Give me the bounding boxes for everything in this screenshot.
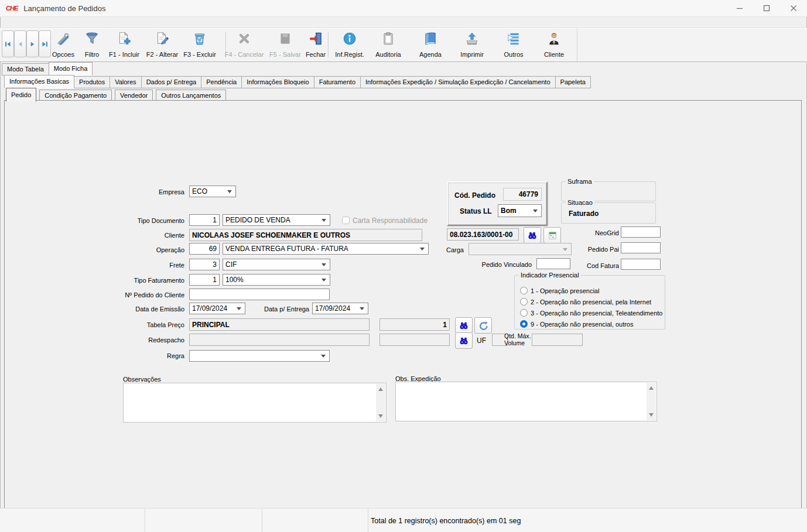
redespacho-code-field: [379, 334, 450, 346]
frete-value: CIF: [225, 260, 237, 269]
cod-fatura-field[interactable]: [621, 259, 661, 270]
tab-informacoes-bloqueio[interactable]: Informações Bloqueio: [241, 76, 314, 88]
radio-nao-presencial-outros[interactable]: [520, 320, 528, 328]
data-emissao-picker[interactable]: 17/09/2024: [189, 303, 245, 314]
cod-pedido-value: 46779: [519, 190, 538, 198]
tipo-documento-code-field[interactable]: 1: [189, 214, 220, 226]
observacoes-scrollbar[interactable]: [376, 384, 385, 421]
tabela-preco-code-field: 1: [379, 318, 450, 331]
tab-label: Outros Lançamentos: [161, 92, 221, 99]
frete-label: Frete: [126, 261, 184, 269]
obs-expedicao-scrollbar[interactable]: [647, 383, 656, 420]
radio-label: 9 - Operação não presencial, outros: [531, 320, 634, 328]
pedido-vinculado-field[interactable]: [536, 258, 570, 269]
carga-select: [469, 243, 572, 255]
cod-pedido-field: 46779: [503, 188, 542, 201]
operacao-select[interactable]: VENDA ENTREGA FUTURA - FATURA: [223, 243, 429, 255]
nav-previous-button[interactable]: [14, 30, 26, 57]
status-ll-value: Bom: [501, 207, 517, 215]
info-icon: [342, 31, 357, 46]
tab-label: Papeleta: [560, 78, 586, 85]
tab-produtos[interactable]: Produtos: [74, 76, 110, 88]
tab-informacoes-basicas[interactable]: Informações Basicas: [4, 75, 74, 88]
tabela-preco-code: 1: [443, 321, 447, 329]
binoculars-icon: [527, 230, 538, 241]
binoculars-icon: [459, 335, 469, 346]
maximize-button[interactable]: [753, 0, 780, 16]
operacao-value: VENDA ENTREGA FUTURA - FATURA: [225, 245, 348, 253]
minimize-button[interactable]: [726, 0, 753, 16]
tipo-documento-select[interactable]: PEDIDO DE VENDA: [223, 214, 330, 226]
data-entrega-picker[interactable]: 17/09/2024: [312, 303, 368, 314]
close-icon: [790, 5, 797, 12]
cod-pedido-label: Cód. Pedido: [454, 191, 505, 200]
tab-modo-tabela[interactable]: Modo Tabela: [2, 63, 49, 75]
operacao-code-field[interactable]: 69: [189, 243, 220, 255]
toolbar-button-cliente[interactable]: Cliente: [534, 31, 575, 58]
tab-dados-p-entrega[interactable]: Dados p/ Entrega: [141, 76, 202, 88]
tab-informacoes-expedicao[interactable]: Informações Expedição / Simulação Expedi…: [360, 76, 556, 88]
frete-select[interactable]: CIF: [223, 259, 330, 270]
tabela-preco-refresh-button[interactable]: [474, 317, 492, 334]
nav-next-icon: [29, 40, 36, 48]
cliente-label: Cliente: [126, 231, 184, 239]
cliente-detail-button[interactable]: [543, 227, 561, 243]
n-pedido-cliente-field[interactable]: [189, 289, 330, 300]
carta-responsabilidade-label: Carta Responsabilidade: [353, 217, 428, 225]
toolbar-button-outros[interactable]: Outros: [493, 31, 534, 58]
close-button[interactable]: [780, 0, 807, 16]
tab-pendencia[interactable]: Pendência: [201, 76, 242, 88]
carta-responsabilidade-checkbox[interactable]: [342, 217, 350, 224]
tipo-faturamento-code-field[interactable]: 1: [189, 274, 220, 286]
status-ll-select[interactable]: Bom: [498, 204, 542, 217]
radio-operacao-presencial[interactable]: [520, 287, 528, 294]
nav-first-button[interactable]: [2, 30, 14, 57]
tabela-preco-search-button[interactable]: [455, 317, 473, 334]
tab-faturamento[interactable]: Faturamento: [314, 76, 361, 88]
radio-label: 1 - Operação presencial: [531, 287, 599, 295]
toolbar-button-label: F3 - Excluir: [183, 51, 216, 58]
radio-nao-presencial-teleatendimento[interactable]: [520, 309, 528, 317]
empresa-select[interactable]: ECO: [189, 186, 236, 197]
tipo-documento-label: Tipo Documento: [97, 217, 184, 225]
tipo-documento-code: 1: [213, 216, 217, 224]
observacoes-textarea[interactable]: [123, 383, 387, 423]
clipboard-icon: [381, 31, 396, 46]
regra-select[interactable]: [189, 350, 330, 362]
tab-label: Informações Expedição / Simulação Expedi…: [365, 78, 550, 85]
neogrid-field[interactable]: [621, 226, 661, 238]
redespacho-label: Redespacho: [126, 336, 184, 344]
nav-next-button[interactable]: [26, 30, 39, 57]
titlebar: CHE Lançamento de Pedidos: [0, 0, 807, 17]
person-icon: [546, 31, 562, 46]
tipo-faturamento-select[interactable]: 100%: [223, 274, 330, 286]
frete-code-field[interactable]: 3: [189, 259, 220, 270]
tab-papeleta[interactable]: Papeleta: [555, 76, 591, 88]
toolbar-button-imprimir[interactable]: Imprimir: [452, 31, 493, 58]
pedido-pai-field[interactable]: [621, 242, 661, 253]
tab-valores[interactable]: Valores: [110, 76, 141, 88]
carga-label: Carga: [446, 246, 470, 254]
tab-pedido[interactable]: Pedido: [6, 88, 36, 102]
tabela-preco-field: PRINCIPAL: [189, 318, 370, 331]
document-edit-icon: [155, 31, 170, 46]
toolbar-button-f3-excluir[interactable]: F3 - Excluir: [176, 31, 223, 58]
cliente-search-button[interactable]: [524, 227, 541, 243]
window-title: Lançamento de Pedidos: [23, 4, 105, 13]
main-tabs: Informações Basicas Produtos Valores Dad…: [4, 75, 590, 88]
statusbar: Total de 1 registro(s) encontrado(s) em …: [0, 508, 807, 532]
redespacho-search-button[interactable]: [455, 332, 473, 349]
obs-expedicao-textarea[interactable]: [395, 382, 657, 421]
radio-nao-presencial-internet[interactable]: [520, 298, 528, 306]
tools-icon: [56, 31, 71, 46]
toolbar-button-label: Filtro: [85, 51, 99, 58]
order-entry-window: CHE Lançamento de Pedidos: [0, 0, 807, 532]
tab-label: Pendência: [206, 78, 237, 85]
list-icon: [506, 31, 521, 46]
toolbar-button-inf-regist[interactable]: Inf.Regist.: [329, 31, 370, 58]
toolbar-button-auditoria[interactable]: Auditoria: [368, 31, 409, 58]
toolbar-separator: [328, 32, 329, 57]
tab-modo-ficha[interactable]: Modo Ficha: [49, 62, 93, 75]
toolbar-button-agenda[interactable]: Agenda: [410, 31, 451, 58]
cnpj-value: 08.023.163/0001-00: [450, 231, 512, 239]
